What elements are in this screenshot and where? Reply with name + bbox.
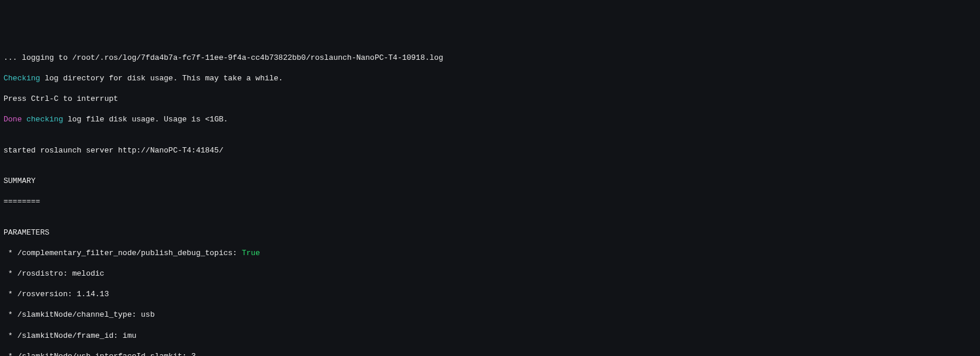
log-line: started roslaunch server http://NanoPC-T… (4, 145, 976, 156)
text: ======== (4, 197, 40, 206)
text: checking (22, 115, 63, 124)
terminal-output[interactable]: ... logging to /root/.ros/log/7fda4b7a-f… (4, 42, 976, 356)
text: * /complementary_filter_node/publish_deb… (4, 249, 242, 257)
text: Press Ctrl-C to interrupt (4, 94, 118, 103)
log-line: * /rosdistro: melodic (4, 269, 976, 279)
log-line: PARAMETERS (4, 228, 976, 238)
text: * /slamkitNode/frame_id: imu (4, 331, 136, 340)
log-line: Done checking log file disk usage. Usage… (4, 114, 976, 125)
text: Done (4, 115, 22, 124)
log-line: * /slamkitNode/frame_id: imu (4, 331, 976, 341)
text: * /rosversion: 1.14.13 (4, 290, 109, 299)
log-line: ... logging to /root/.ros/log/7fda4b7a-f… (4, 53, 976, 63)
text: SUMMARY (4, 177, 36, 185)
log-line: ======== (4, 196, 976, 207)
text: PARAMETERS (4, 228, 49, 237)
log-line: * /complementary_filter_node/publish_deb… (4, 248, 976, 259)
text: log directory for disk usage. This may t… (40, 74, 282, 83)
text: * /slamkitNode/channel_type: usb (4, 310, 154, 319)
text: started roslaunch server http://NanoPC-T… (4, 146, 223, 155)
log-line: Press Ctrl-C to interrupt (4, 94, 976, 104)
text: * /rosdistro: melodic (4, 269, 105, 278)
text: log file disk usage. Usage is <1GB. (63, 115, 228, 124)
log-line: * /slamkitNode/channel_type: usb (4, 310, 976, 320)
log-line: SUMMARY (4, 176, 976, 187)
log-line: * /slamkitNode/usb_interfaceId_slamkit: … (4, 351, 976, 356)
text: True (242, 249, 260, 257)
text: ... logging to /root/.ros/log/7fda4b7a-f… (4, 53, 443, 62)
text: * /slamkitNode/usb_interfaceId_slamkit: … (4, 352, 196, 356)
text: Checking (4, 74, 40, 83)
log-line: * /rosversion: 1.14.13 (4, 289, 976, 300)
log-line: Checking log directory for disk usage. T… (4, 73, 976, 84)
